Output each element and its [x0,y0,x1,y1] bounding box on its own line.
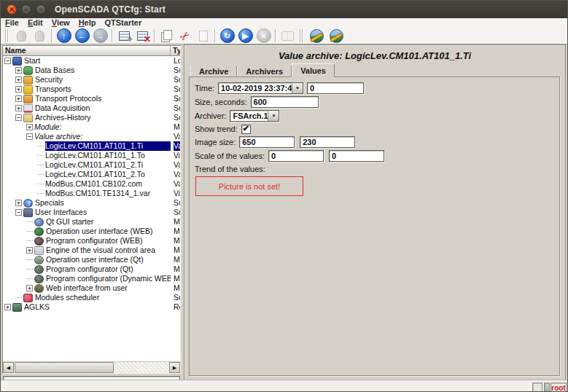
tab-archivers[interactable]: Archivers [237,66,292,77]
tree-item-type: Su [174,75,180,85]
up-icon[interactable]: ↑ [55,28,73,44]
scrollbar-thumb[interactable] [15,362,114,373]
tree-horizontal-scrollbar[interactable]: ◀ ▶ [3,361,180,373]
copy-item-icon[interactable] [157,28,176,44]
expand-expander-icon[interactable]: + [26,285,33,291]
app-window: { "colors": { "selection": "#000080", "a… [0,0,568,392]
tree-item[interactable]: +SecuritySu [3,75,180,85]
engine-icon [34,246,44,255]
tree-item[interactable]: LogicLev.CM101.AT101_1.ToVa [3,151,180,160]
window-close-icon[interactable]: ✕ [7,4,17,15]
save-to-db-icon [31,28,49,44]
cut-item-icon[interactable]: ✂ [176,28,194,44]
start-updating-icon[interactable]: ▶ [236,28,254,44]
collapse-expander-icon[interactable]: − [15,209,22,216]
expand-expander-icon[interactable]: + [15,77,22,83]
load-from-db-icon [12,28,31,44]
scroll-right-icon[interactable]: ▶ [169,362,180,373]
qtstarter-vision-icon[interactable] [308,28,326,44]
tree-item-label: Operation user interface (Qt) [46,255,171,264]
tree-item-label: Transports [35,85,171,94]
tree-header-type[interactable]: Ty [171,46,180,55]
toolbar-separator [214,29,216,42]
tree-item-type: Su [174,208,180,217]
tree-item[interactable]: +Data AcquisitionSu [3,103,180,113]
combo-arrow-icon[interactable]: ▼ [268,111,279,121]
toolbar-handle[interactable] [300,29,304,42]
time-offset-input[interactable] [307,82,364,94]
protocols-icon [23,95,33,103]
window-minimize-icon[interactable]: − [21,4,31,15]
show-trend-checkbox[interactable] [241,125,251,134]
web-cfg-icon [34,237,44,246]
tab-archive[interactable]: Archive [190,66,237,77]
image-height-input[interactable] [300,136,355,148]
tree-header-name[interactable]: Name [3,46,171,55]
scroll-left-icon[interactable]: ◀ [3,362,14,373]
tree-item[interactable]: LogicLev.CM101.AT101_2.TiVa [3,160,180,170]
tree-item-type: Mo [174,227,180,236]
tree-item[interactable]: Program configurator (Qt)Mo [3,264,180,274]
delete-item-icon[interactable]: ✕ [133,28,152,44]
tree-item[interactable]: +AGLKSRe [3,302,180,312]
time-combobox[interactable]: 10-02-2019 23:37:47 ▼ [218,82,303,94]
tree-item[interactable]: Operation user interface (Qt)Mo [3,255,180,264]
expand-expander-icon[interactable]: + [15,200,22,206]
size-seconds-input[interactable] [251,96,319,108]
tree-item-type: Su [174,85,180,94]
archiver-combobox[interactable]: FSArch.1s ▼ [230,110,279,122]
menu-item-qtstarter[interactable]: QTStarter [101,18,147,28]
tree-item[interactable]: +Data BasesSu [3,66,180,75]
tree-item[interactable]: −StartLo [3,56,180,66]
tree-item[interactable]: LogicLev.CM101.AT101_1.TiVa [3,141,180,151]
expand-expander-icon[interactable]: + [15,95,22,102]
tree-item[interactable]: ModBus.CM101.CB102.comVa [3,179,180,189]
tree-item[interactable]: +TransportsSu [3,85,180,94]
expand-expander-icon[interactable]: + [26,247,33,254]
tree-item-label: Web interface from user [46,283,171,293]
tree-item-type: Mo [174,246,180,255]
scale-min-input[interactable] [268,150,324,162]
menu-item-help[interactable]: Help [74,18,101,28]
expand-expander-icon[interactable]: + [26,124,33,130]
collapse-expander-icon[interactable]: − [4,58,11,64]
menu-item-edit[interactable]: Edit [23,18,47,28]
toolbar-handle[interactable] [5,29,9,42]
expand-expander-icon[interactable]: + [15,86,22,93]
tree-item[interactable]: −Archives-HistorySu [3,113,180,122]
tree-item[interactable]: +Transport ProtocolsSu [3,94,180,103]
tree-item[interactable]: Operation user interface (WEB)Mo [3,227,180,236]
tree-item[interactable]: Program configurator (WEB)Mo [3,236,180,246]
collapse-expander-icon[interactable]: − [26,133,33,140]
expand-expander-icon[interactable]: + [4,304,11,310]
image-width-input[interactable] [239,136,295,148]
tree-item[interactable]: Qt GUI starterMo [3,217,180,227]
tab-values[interactable]: Values [292,63,335,77]
back-icon[interactable]: ← [73,28,91,44]
window-maximize-icon[interactable]: ▫ [36,4,46,15]
collapse-expander-icon[interactable]: − [15,114,22,121]
expand-expander-icon[interactable]: + [15,67,22,74]
size-label: Size, seconds: [195,98,247,106]
tree-item[interactable]: Program configurator (Dynamic WEB)Mo [3,274,180,283]
tree-item-label: Program configurator (Dynamic WEB) [46,274,171,283]
menu-item-view[interactable]: View [47,18,74,28]
tree-item[interactable]: −User InterfacesSu [3,208,180,217]
scale-max-input[interactable] [329,150,384,162]
refresh-icon[interactable]: ↻ [218,28,236,44]
tree-item[interactable]: LogicLev.CM101.AT101_2.ToVa [3,170,180,179]
tree-item[interactable]: +Module:Mo [3,122,180,132]
menu-item-file[interactable]: File [1,18,23,28]
tree-item[interactable]: +Engine of the visual control areaMo [3,246,180,255]
expand-expander-icon[interactable]: + [15,105,22,111]
tree-item[interactable]: +Web interface from userMo [3,283,180,293]
tree-item-type: Lo [174,56,180,66]
tree-item[interactable]: ModBus.CM101.TE1314_1.varVa [3,189,180,198]
tree-item[interactable]: −Value archive:Va [3,132,180,141]
tree-item[interactable]: Modules schedulerSu [3,293,180,302]
tree-item-label: AGLKS [24,302,171,312]
add-item-icon[interactable]: + [115,28,133,44]
combo-arrow-icon[interactable]: ▼ [292,83,303,93]
qtstarter-config-icon[interactable] [327,28,346,44]
tree-item[interactable]: +SpecialsSu [3,198,180,208]
